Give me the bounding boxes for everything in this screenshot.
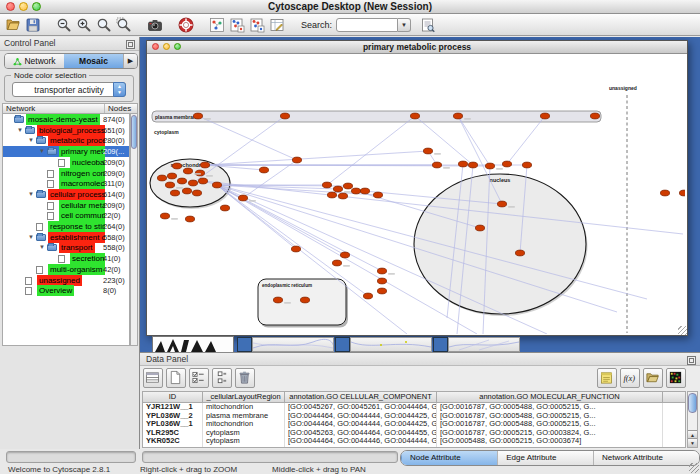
graph-node[interactable] [198, 178, 207, 184]
graph-node[interactable] [291, 246, 300, 252]
graph-node[interactable] [165, 182, 174, 188]
graph-node[interactable] [432, 162, 441, 168]
graph-node[interactable] [340, 252, 349, 258]
graph-node[interactable] [377, 278, 386, 284]
network-copy-icon[interactable] [228, 15, 248, 35]
graph-node[interactable] [200, 162, 209, 168]
table-row[interactable]: YDR039C__1mitochondrion[GO:0044464, GO:0… [143, 446, 685, 449]
table-scrollbar[interactable]: ▲ ▼ [687, 391, 698, 448]
graph-node[interactable] [220, 205, 229, 211]
scroll-down-icon[interactable]: ▼ [688, 438, 697, 447]
graph-node[interactable] [423, 148, 432, 154]
search-dropdown-arrow-icon[interactable]: ▼ [398, 18, 411, 32]
window-resize-grip[interactable] [678, 326, 687, 335]
graph-node[interactable] [338, 193, 347, 199]
camera-icon[interactable] [146, 15, 166, 35]
attribute-matrix-icon[interactable] [666, 368, 686, 388]
network-canvas[interactable]: plasma membranecytoplasmmitochondrionnuc… [147, 54, 685, 334]
background-window-icon[interactable] [237, 337, 252, 352]
life-ring-icon[interactable] [177, 15, 197, 35]
table-row[interactable]: YLR295Ccytoplasm[GO:0045263, GO:0044464,… [143, 429, 685, 438]
graph-node[interactable] [373, 192, 382, 198]
graph-node[interactable] [475, 225, 484, 231]
tree-row[interactable]: cell communicat22(0) [3, 210, 129, 221]
expander-icon[interactable]: ▼ [28, 135, 34, 146]
graph-node[interactable] [363, 293, 372, 299]
select-attributes-icon[interactable] [189, 368, 209, 388]
tree-row[interactable]: ▼transport558(0) [3, 242, 129, 253]
graph-node[interactable] [410, 113, 419, 119]
tabs-scroll-right-icon[interactable]: ▶ [123, 54, 137, 68]
delete-attribute-icon[interactable] [235, 368, 255, 388]
table-row[interactable]: YKR052Ccytoplasm[GO:0044464, GO:0044446,… [143, 437, 685, 446]
tree-row[interactable]: mosaic-demo-yeast874(0) [3, 114, 129, 125]
graph-node[interactable] [590, 113, 599, 119]
tree-row[interactable]: Overview8(0) [3, 285, 129, 296]
expander-icon[interactable]: ▼ [28, 232, 34, 243]
graph-node[interactable] [522, 162, 531, 168]
zoom-out-icon[interactable] [55, 15, 75, 35]
tree-row[interactable]: multi-organism pro42(0) [3, 264, 129, 275]
tab-edge-attribute-browser[interactable]: Edge Attribute Browser [497, 451, 593, 465]
background-window-strip[interactable] [252, 337, 334, 352]
graph-node[interactable] [182, 188, 191, 194]
graph-node[interactable] [343, 183, 352, 189]
dropdown-stepper-icon[interactable]: ▲▼ [113, 82, 126, 97]
graph-node[interactable] [238, 195, 247, 201]
graph-node[interactable] [497, 201, 506, 207]
tree-row[interactable]: ▼establishment of lo558(0) [3, 232, 129, 243]
expander-icon[interactable]: ▼ [17, 125, 23, 136]
graph-node[interactable] [333, 186, 342, 192]
graph-node[interactable] [377, 268, 386, 274]
graph-node[interactable] [167, 173, 176, 179]
background-window-icon[interactable] [335, 337, 350, 352]
create-attribute-icon[interactable] [166, 368, 186, 388]
graph-node[interactable] [193, 113, 202, 119]
graph-node[interactable] [327, 192, 336, 198]
graph-node[interactable] [212, 182, 221, 188]
background-window-thumbnail[interactable] [152, 336, 234, 352]
graph-node[interactable] [183, 168, 192, 174]
float-panel-icon[interactable] [126, 40, 135, 49]
background-window-strip[interactable] [448, 337, 520, 352]
grid-edit-icon[interactable] [268, 15, 288, 35]
network-paste-icon[interactable] [248, 15, 268, 35]
tab-network[interactable]: Network [5, 54, 64, 68]
tree-row[interactable]: unassigned223(0) [3, 275, 129, 286]
tab-node-attribute-browser[interactable]: Node Attribute Browser [401, 451, 497, 465]
expander-icon[interactable]: ▼ [28, 189, 34, 200]
graph-node[interactable] [515, 250, 524, 256]
graph-node[interactable] [322, 182, 331, 188]
graph-node[interactable] [273, 297, 282, 303]
graph-node[interactable] [177, 178, 186, 184]
node-color-dropdown[interactable]: transporter activity ▲▼ [12, 82, 126, 97]
network-view-window[interactable]: primary metabolic process plasma membran… [146, 40, 688, 336]
tab-network-attribute-browser[interactable]: Network Attribute Browser [593, 451, 699, 465]
expander-icon[interactable]: ▼ [39, 146, 45, 157]
tree-row[interactable]: nitrogen compo209(0) [3, 168, 129, 179]
graph-node[interactable] [160, 213, 169, 219]
column-header[interactable]: annotation.GO MOLECULAR_FUNCTION [437, 392, 663, 402]
graph-node[interactable] [468, 162, 477, 168]
graph-node[interactable] [188, 180, 197, 186]
graph-node[interactable] [377, 288, 386, 294]
graph-node[interactable] [292, 157, 301, 163]
graph-node[interactable] [185, 216, 194, 222]
graph-node[interactable] [502, 161, 511, 167]
advanced-search-icon[interactable] [419, 15, 439, 35]
tree-col-network[interactable]: Network [3, 104, 105, 113]
graph-node[interactable] [458, 161, 467, 167]
graph-node[interactable] [540, 113, 549, 119]
colored-nodes-icon[interactable] [208, 15, 228, 35]
tab-mosaic[interactable]: Mosaic [64, 54, 123, 68]
column-header[interactable]: _cellularLayoutRegion [203, 392, 285, 402]
graph-node[interactable] [280, 113, 289, 119]
tree-scrollbar[interactable] [130, 114, 138, 346]
graph-node[interactable] [332, 260, 341, 266]
tree-row[interactable]: macromolecule311(0) [3, 178, 129, 189]
open-icon[interactable] [4, 15, 24, 35]
float-panel-icon[interactable] [687, 356, 696, 365]
graph-node[interactable] [157, 175, 166, 181]
network-view[interactable]: plasma membranecytoplasmmitochondrionnuc… [147, 54, 687, 335]
tree-row[interactable]: ▼metabolic process280(0) [3, 135, 129, 146]
